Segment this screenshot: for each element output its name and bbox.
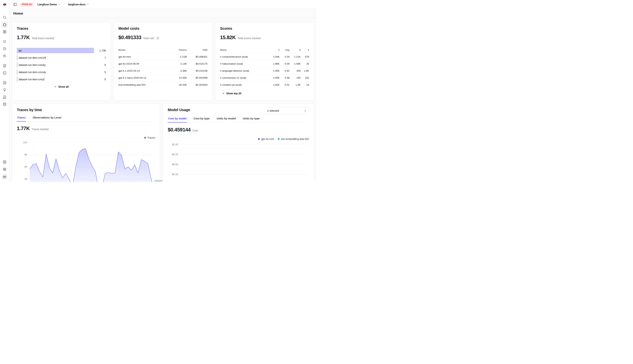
legend-dot — [258, 138, 260, 140]
y-tick-label: 60 — [25, 166, 27, 168]
app-root: FK PROD-EU Langfuse Demo / langfuse-docs… — [0, 0, 317, 182]
list-item[interactable]: qa 1,736 — [17, 48, 106, 53]
users-icon — [3, 54, 7, 58]
table-cell: 1.6K — [301, 67, 309, 74]
sidebar-item-users[interactable] — [1, 52, 8, 59]
column-header: # — [268, 48, 280, 53]
table-cell: 2.04K — [268, 53, 280, 60]
bar-label: dataset-run-item-cmcvp — [19, 71, 46, 74]
bar-value: 5 — [94, 78, 106, 81]
sidebar-item-home[interactable] — [1, 21, 8, 28]
table-cell: 3.13K — [167, 60, 187, 67]
sidebar-item-judge[interactable] — [1, 86, 8, 93]
table-cell: 25 — [301, 60, 309, 67]
y-tick-label: $0.50 — [172, 163, 178, 166]
show-top-20-button[interactable]: Show top 20 — [220, 90, 243, 96]
sidebar-item-support[interactable] — [1, 166, 8, 172]
sidebar-item-sessions[interactable] — [1, 46, 8, 52]
gear-icon — [3, 160, 7, 164]
table-cell: gpt-4.1-2025-04-14 — [118, 67, 166, 74]
model-costs-metric-label: Total cost — [143, 37, 154, 40]
bar-value: 1,736 — [94, 49, 106, 52]
bar-label: dataset-run-item-cmcky — [19, 64, 46, 66]
table-cell: 240 — [290, 74, 301, 81]
table-cell: 1.9K — [290, 81, 301, 88]
y-tick-label: 120 — [23, 141, 27, 144]
model-usage-metric-label: Cost — [192, 129, 198, 132]
table-cell: 242 — [301, 74, 309, 81]
org-switcher[interactable]: Langfuse Demo — [36, 2, 62, 7]
tab-observations-by-level[interactable]: Observations by Level — [32, 115, 62, 122]
tab-units-by-model[interactable]: Units by model — [216, 116, 236, 122]
sidebar-item-search[interactable] — [1, 14, 8, 21]
model-costs-table: Model Tokens USD gpt-4o-mini 2.21M $0.45… — [118, 48, 207, 88]
sidebar-item-datasets[interactable] — [1, 94, 8, 100]
table-cell: 355 — [290, 67, 301, 74]
model-select-dropdown[interactable]: 2 selected — [265, 107, 309, 114]
list-item[interactable]: dataset-run-item-cmc29 7 — [17, 55, 106, 60]
terminal-icon — [3, 71, 7, 75]
y-tick-label: $0.25 — [172, 173, 178, 176]
table-cell: 1.95K — [268, 74, 280, 81]
dashboard-content: Traces 1.77K Total traces tracked qa 1,7… — [9, 18, 317, 182]
scores-metric-label: Total scores tracked — [237, 37, 261, 40]
table-cell: # contains-pii (eval) — [220, 81, 268, 88]
model-costs-metric: $0.491333 — [118, 35, 141, 40]
table-cell: $0.002906 — [187, 74, 208, 81]
area-chart-plot — [30, 142, 154, 182]
info-icon[interactable] — [156, 37, 159, 40]
bar-label: qa — [19, 49, 22, 52]
horizontal-scrollbar-thumb[interactable] — [154, 180, 163, 182]
sidebar-item-tracing[interactable] — [1, 38, 8, 45]
sidebar-item-dashboards[interactable] — [1, 28, 8, 35]
table-cell: 0.48 — [280, 74, 290, 81]
sidebar-item-storage[interactable] — [1, 101, 8, 108]
user-avatar[interactable]: FK — [2, 174, 7, 180]
table-cell: $0.014108 — [187, 67, 208, 74]
table-cell: 1.21K — [290, 53, 301, 60]
sidebar-toggle-button[interactable] — [13, 2, 18, 7]
table-cell: 2.21M — [167, 53, 187, 60]
sidebar-item-settings[interactable] — [1, 159, 8, 166]
langfuse-logo-icon[interactable] — [2, 2, 7, 7]
table-cell: $0.015175 — [187, 60, 208, 67]
table-cell: 1.96K — [268, 60, 280, 67]
show-top-20-label: Show top 20 — [226, 92, 241, 95]
table-cell: # language-detector (eval) — [220, 67, 268, 74]
sidebar-item-prompts[interactable] — [1, 62, 8, 69]
table-cell: 0.82 — [280, 67, 290, 74]
table-cell: 0.34 — [280, 53, 290, 60]
chart-legend: Traces — [17, 136, 155, 139]
tab-traces[interactable]: Traces — [17, 115, 26, 122]
topbar: PROD-EU Langfuse Demo / langfuse-docs — [9, 0, 317, 9]
table-cell: 14.45K — [167, 74, 187, 81]
page-header: Home — [9, 9, 317, 18]
legend-item-text-embedding-ada-002: text-embedding-ada-002 — [278, 138, 309, 140]
y-tick-label: $0.75 — [172, 153, 178, 156]
traces-by-time-tabs: Traces Observations by Level — [17, 115, 155, 122]
model-costs-card: Model costs $0.491333 Total cost Model T… — [113, 22, 212, 100]
project-switcher[interactable]: langfuse-docs — [67, 2, 91, 7]
list-item[interactable]: dataset-run-item-cmcjf 5 — [17, 76, 106, 82]
list-item[interactable]: dataset-run-item-cmcky 5 — [17, 62, 106, 68]
show-all-button[interactable]: Show all — [52, 84, 71, 90]
tab-cost-by-model[interactable]: Cost by model — [168, 116, 187, 122]
sidebar-item-playground[interactable] — [1, 70, 8, 76]
y-tick-label: $1.00 — [172, 143, 178, 146]
bar-value: 5 — [94, 71, 106, 74]
table-cell: 576 — [301, 53, 309, 60]
traces-metric-label: Total traces tracked — [32, 37, 54, 40]
legend-item-gpt-4o-mini: gpt-4o-mini — [258, 138, 274, 140]
y-tick-label: 90 — [25, 153, 27, 156]
tab-units-by-type[interactable]: Units by type — [242, 116, 260, 122]
lightbulb-icon — [3, 88, 7, 92]
sidebar-item-evaluation[interactable] — [1, 79, 8, 86]
scores-card-title: Scores — [220, 26, 309, 31]
table-cell: $0.456301 — [187, 53, 208, 60]
tab-cost-by-type[interactable]: Cost by type — [193, 116, 210, 122]
model-usage-metric: $0.459144 — [168, 127, 191, 133]
list-item[interactable]: dataset-run-item-cmcvp 5 — [17, 70, 106, 75]
scores-table: Name # Avg 0 1 # contextrelevance (eval)… — [220, 48, 309, 88]
legend-label: text-embedding-ada-002 — [281, 138, 309, 140]
model-usage-card: Model Usage 2 selected Cost by model Cos… — [163, 103, 314, 182]
